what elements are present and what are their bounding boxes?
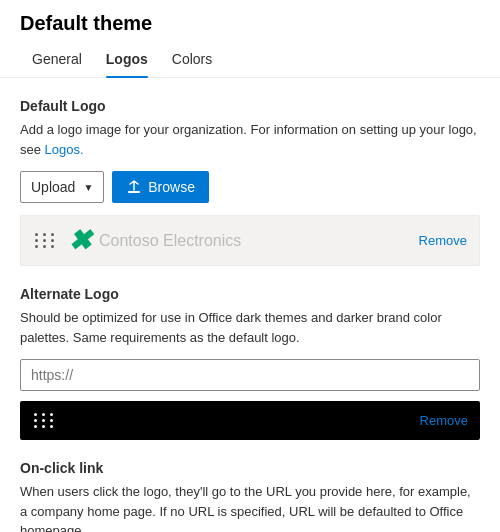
dark-drag-handle-icon[interactable] <box>32 411 57 430</box>
onclick-link-title: On-click link <box>20 460 480 476</box>
svg-rect-0 <box>128 191 140 193</box>
alternate-logo-remove-link[interactable]: Remove <box>420 413 468 428</box>
logo-x-mark: ✖ <box>68 224 91 257</box>
logo-image-area: ✖ Contoso Electronics <box>68 224 409 257</box>
tab-colors[interactable]: Colors <box>160 43 224 77</box>
default-logo-description: Add a logo image for your organization. … <box>20 120 480 159</box>
default-logo-title: Default Logo <box>20 98 480 114</box>
chevron-down-icon: ▼ <box>83 182 93 193</box>
alternate-logo-section: Alternate Logo Should be optimized for u… <box>20 286 480 440</box>
upload-icon <box>126 179 142 195</box>
browse-button[interactable]: Browse <box>112 171 209 203</box>
logos-link[interactable]: Logos. <box>45 142 84 157</box>
onclick-link-description: When users click the logo, they'll go to… <box>20 482 480 532</box>
upload-row: Upload ▼ Browse <box>20 171 480 203</box>
dark-logo-preview: Remove <box>20 401 480 440</box>
upload-label: Upload <box>31 179 75 195</box>
page-title: Default theme <box>0 0 500 43</box>
logo-preview: ✖ Contoso Electronics Remove <box>20 215 480 266</box>
alternate-logo-title: Alternate Logo <box>20 286 480 302</box>
default-logo-section: Default Logo Add a logo image for your o… <box>20 98 480 266</box>
alternate-logo-description: Should be optimized for use in Office da… <box>20 308 480 347</box>
onclick-link-section: On-click link When users click the logo,… <box>20 460 480 532</box>
drag-handle-icon[interactable] <box>33 231 58 250</box>
browse-label: Browse <box>148 179 195 195</box>
logo-company-text: Contoso Electronics <box>99 232 241 250</box>
tab-logos[interactable]: Logos <box>94 43 160 77</box>
alternate-logo-url-input[interactable] <box>20 359 480 391</box>
tab-general[interactable]: General <box>20 43 94 77</box>
upload-dropdown[interactable]: Upload ▼ <box>20 171 104 203</box>
default-logo-remove-link[interactable]: Remove <box>419 233 467 248</box>
tabs-nav: General Logos Colors <box>0 43 500 78</box>
